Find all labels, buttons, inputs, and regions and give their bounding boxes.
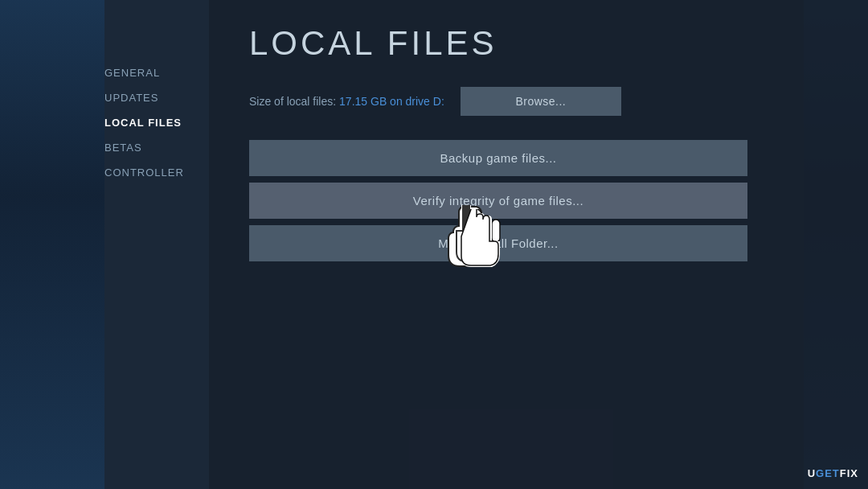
sidebar-item-local-files[interactable]: LOCAL FILES: [104, 110, 209, 135]
verify-button[interactable]: Verify integrity of game files...: [249, 183, 747, 219]
sidebar-item-updates[interactable]: UPDATES: [104, 85, 209, 110]
sidebar: GENERAL UPDATES LOCAL FILES BETAS CONTRO…: [0, 0, 209, 489]
drive-size: 17.15 GB on drive D:: [339, 95, 444, 108]
watermark: UGETFIX: [808, 467, 858, 479]
content-area: LOCAL FILES Size of local files: 17.15 G…: [209, 0, 868, 489]
sidebar-item-general[interactable]: GENERAL: [104, 60, 209, 85]
watermark-get: GET: [816, 467, 840, 479]
backup-button[interactable]: Backup game files...: [249, 140, 747, 176]
page-title: LOCAL FILES: [249, 24, 820, 63]
install-folder-button[interactable]: Move Install Folder...: [249, 225, 747, 261]
info-label: Size of local files: 17.15 GB on drive D…: [249, 95, 444, 108]
browse-button[interactable]: Browse...: [461, 87, 621, 116]
sidebar-item-controller[interactable]: CONTROLLER: [104, 160, 209, 185]
watermark-fix: FIX: [840, 467, 858, 479]
main-container: GENERAL UPDATES LOCAL FILES BETAS CONTRO…: [0, 0, 868, 489]
info-row: Size of local files: 17.15 GB on drive D…: [249, 87, 820, 116]
sidebar-item-betas[interactable]: BETAS: [104, 135, 209, 160]
watermark-u: U: [808, 467, 816, 479]
